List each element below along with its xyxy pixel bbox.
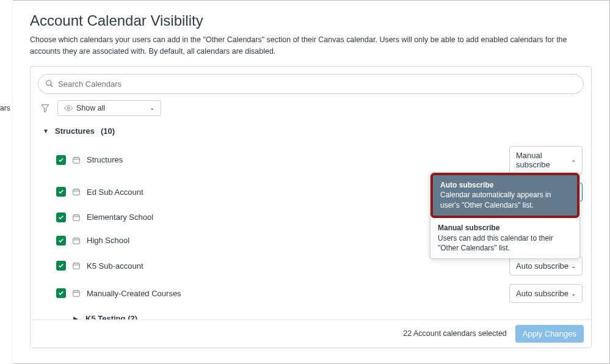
calendar-icon	[72, 187, 81, 196]
calendar-icon	[72, 289, 81, 297]
option-desc: Calendar automatically appears in user's…	[440, 190, 570, 211]
checkbox-checked[interactable]	[56, 155, 66, 165]
svg-marker-2	[42, 104, 49, 112]
checkbox-checked[interactable]	[56, 288, 66, 298]
search-input[interactable]	[38, 74, 584, 94]
row-label: K5 Sub-account	[87, 261, 503, 271]
sliver-text: ars	[0, 104, 10, 112]
option-title: Auto subscribe	[440, 180, 570, 191]
chevron-down-icon: ⌄	[571, 156, 576, 163]
eye-icon	[64, 104, 73, 112]
calendar-icon	[72, 156, 81, 164]
svg-line-1	[51, 85, 53, 87]
checkbox-checked[interactable]	[56, 187, 66, 197]
svg-rect-12	[73, 214, 80, 220]
page-container: Account Calendar Visibility Choose which…	[12, 0, 610, 364]
subscribe-select[interactable]: Auto subscribe⌄	[509, 257, 583, 275]
filter-row: Show all ⌄	[38, 100, 584, 116]
selection-status: 22 Account calendars selected	[403, 329, 507, 338]
calendar-icon	[72, 213, 81, 222]
option-title: Manual subscribe	[438, 223, 572, 233]
search-icon	[45, 79, 54, 88]
calendar-icon	[72, 236, 81, 245]
show-filter-label: Show all	[76, 104, 105, 112]
show-filter-select[interactable]: Show all ⌄	[57, 100, 161, 116]
left-panel-sliver: ars	[0, 0, 12, 364]
option-desc: Users can add this calendar to their "Ot…	[438, 233, 572, 254]
svg-point-3	[67, 107, 70, 109]
svg-rect-4	[73, 157, 80, 162]
row-label: Structures	[87, 155, 503, 164]
list-item: Manually-Created Courses Auto subscribe⌄	[38, 280, 587, 307]
subscribe-dropdown-menu: Auto subscribe Calendar automatically ap…	[430, 172, 580, 260]
search-wrap	[38, 74, 584, 94]
checkbox-checked[interactable]	[56, 213, 66, 222]
group-header-structures[interactable]: ▼ Structures (10)	[38, 123, 587, 142]
chevron-down-icon: ⌄	[571, 263, 576, 269]
option-manual-subscribe[interactable]: Manual subscribe Users can add this cale…	[430, 218, 579, 258]
svg-point-0	[46, 81, 51, 86]
svg-rect-16	[73, 238, 80, 243]
group-count: (10)	[101, 126, 115, 136]
calendar-icon	[72, 261, 81, 270]
page-title: Account Calendar Visibility	[30, 12, 592, 29]
checkbox-checked[interactable]	[56, 236, 66, 246]
apply-changes-button[interactable]: Apply Changes	[515, 325, 584, 343]
group-name: Structures	[55, 126, 95, 136]
svg-rect-24	[73, 291, 80, 296]
panel-footer: 22 Account calendars selected Apply Chan…	[31, 319, 591, 348]
row-label: Manually-Created Courses	[87, 289, 503, 298]
svg-rect-8	[73, 189, 80, 195]
chevron-down-icon: ⌄	[150, 104, 154, 111]
svg-rect-20	[73, 263, 80, 269]
filter-icon[interactable]	[38, 101, 53, 115]
caret-down-icon: ▼	[43, 128, 49, 134]
chevron-down-icon: ⌄	[571, 290, 576, 297]
page-subtitle: Choose which calendars your users can ad…	[30, 34, 592, 57]
subscribe-select[interactable]: Auto subscribe⌄	[509, 284, 583, 303]
option-auto-subscribe[interactable]: Auto subscribe Calendar automatically ap…	[430, 173, 579, 218]
subscribe-select[interactable]: Manual subscribe⌄	[509, 146, 583, 174]
calendar-panel: Show all ⌄ ▼ Structures (10) Structures …	[30, 66, 592, 348]
checkbox-checked[interactable]	[56, 261, 66, 271]
